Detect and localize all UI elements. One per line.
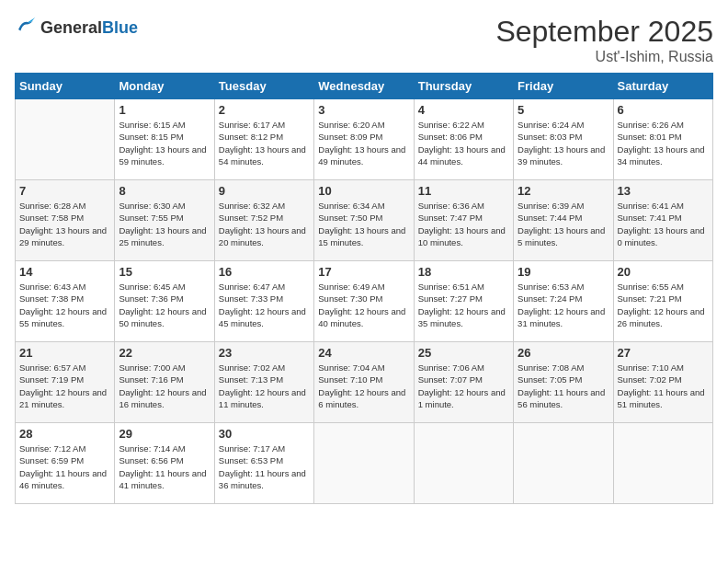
calendar-week-row: 21Sunrise: 6:57 AMSunset: 7:19 PMDayligh… — [16, 342, 713, 423]
day-number: 1 — [119, 103, 210, 117]
calendar-cell — [414, 423, 513, 504]
day-number: 15 — [119, 265, 210, 279]
day-number: 7 — [19, 184, 110, 198]
day-number: 24 — [318, 346, 409, 360]
calendar-cell: 21Sunrise: 6:57 AMSunset: 7:19 PMDayligh… — [16, 342, 115, 423]
day-number: 29 — [119, 427, 210, 441]
day-info: Sunrise: 6:39 AMSunset: 7:44 PMDaylight:… — [518, 200, 609, 248]
calendar-cell: 28Sunrise: 7:12 AMSunset: 6:59 PMDayligh… — [16, 423, 115, 504]
calendar-day-header: Sunday — [16, 74, 115, 99]
day-info: Sunrise: 6:20 AMSunset: 8:09 PMDaylight:… — [318, 119, 409, 167]
calendar-cell: 20Sunrise: 6:55 AMSunset: 7:21 PMDayligh… — [613, 261, 712, 342]
day-number: 5 — [518, 103, 609, 117]
day-info: Sunrise: 7:14 AMSunset: 6:56 PMDaylight:… — [119, 442, 210, 491]
logo-text: GeneralBlue — [40, 18, 138, 38]
day-info: Sunrise: 6:24 AMSunset: 8:03 PMDaylight:… — [518, 119, 609, 167]
calendar-cell: 27Sunrise: 7:10 AMSunset: 7:02 PMDayligh… — [613, 342, 712, 423]
calendar-cell: 25Sunrise: 7:06 AMSunset: 7:07 PMDayligh… — [414, 342, 513, 423]
calendar-week-row: 7Sunrise: 6:28 AMSunset: 7:58 PMDaylight… — [16, 180, 713, 261]
calendar-cell: 3Sunrise: 6:20 AMSunset: 8:09 PMDaylight… — [314, 99, 414, 180]
day-number: 17 — [318, 265, 409, 279]
day-info: Sunrise: 7:04 AMSunset: 7:10 PMDaylight:… — [318, 362, 409, 410]
day-info: Sunrise: 7:06 AMSunset: 7:07 PMDaylight:… — [418, 362, 509, 410]
day-info: Sunrise: 6:47 AMSunset: 7:33 PMDaylight:… — [219, 281, 310, 329]
day-number: 28 — [19, 427, 110, 441]
day-number: 3 — [318, 103, 409, 117]
calendar-day-header: Friday — [514, 74, 613, 99]
day-number: 19 — [518, 265, 609, 279]
calendar-table: SundayMondayTuesdayWednesdayThursdayFrid… — [15, 73, 713, 504]
calendar-cell: 26Sunrise: 7:08 AMSunset: 7:05 PMDayligh… — [514, 342, 613, 423]
day-info: Sunrise: 6:34 AMSunset: 7:50 PMDaylight:… — [318, 200, 409, 248]
calendar-cell: 9Sunrise: 6:32 AMSunset: 7:52 PMDaylight… — [214, 180, 313, 261]
day-number: 25 — [418, 346, 509, 360]
day-info: Sunrise: 6:32 AMSunset: 7:52 PMDaylight:… — [219, 200, 310, 248]
day-number: 30 — [219, 427, 310, 441]
day-number: 27 — [618, 346, 709, 360]
day-info: Sunrise: 6:17 AMSunset: 8:12 PMDaylight:… — [219, 119, 310, 167]
calendar-cell: 6Sunrise: 6:26 AMSunset: 8:01 PMDaylight… — [613, 99, 712, 180]
logo: GeneralBlue — [15, 15, 138, 40]
page-header: GeneralBlue September 2025 Ust'-Ishim, R… — [15, 15, 713, 65]
calendar-cell: 24Sunrise: 7:04 AMSunset: 7:10 PMDayligh… — [314, 342, 414, 423]
calendar-cell: 7Sunrise: 6:28 AMSunset: 7:58 PMDaylight… — [16, 180, 115, 261]
day-info: Sunrise: 7:12 AMSunset: 6:59 PMDaylight:… — [19, 442, 110, 491]
calendar-cell: 23Sunrise: 7:02 AMSunset: 7:13 PMDayligh… — [214, 342, 313, 423]
day-info: Sunrise: 6:45 AMSunset: 7:36 PMDaylight:… — [119, 281, 210, 329]
calendar-cell: 19Sunrise: 6:53 AMSunset: 7:24 PMDayligh… — [514, 261, 613, 342]
calendar-header-row: SundayMondayTuesdayWednesdayThursdayFrid… — [16, 74, 713, 99]
logo-general: General — [40, 18, 102, 37]
month-title: September 2025 — [495, 15, 713, 49]
calendar-cell: 30Sunrise: 7:17 AMSunset: 6:53 PMDayligh… — [214, 423, 313, 504]
calendar-cell — [514, 423, 613, 504]
day-info: Sunrise: 6:43 AMSunset: 7:38 PMDaylight:… — [19, 281, 110, 329]
day-info: Sunrise: 7:08 AMSunset: 7:05 PMDaylight:… — [518, 362, 609, 410]
calendar-cell: 18Sunrise: 6:51 AMSunset: 7:27 PMDayligh… — [414, 261, 513, 342]
day-number: 13 — [618, 184, 709, 198]
day-info: Sunrise: 6:22 AMSunset: 8:06 PMDaylight:… — [418, 119, 509, 167]
day-info: Sunrise: 6:30 AMSunset: 7:55 PMDaylight:… — [119, 200, 210, 248]
calendar-cell: 2Sunrise: 6:17 AMSunset: 8:12 PMDaylight… — [214, 99, 313, 180]
calendar-day-header: Tuesday — [214, 74, 313, 99]
logo-icon — [15, 15, 37, 40]
calendar-cell: 8Sunrise: 6:30 AMSunset: 7:55 PMDaylight… — [115, 180, 214, 261]
day-number: 11 — [418, 184, 509, 198]
day-info: Sunrise: 6:53 AMSunset: 7:24 PMDaylight:… — [518, 281, 609, 329]
calendar-cell — [613, 423, 712, 504]
calendar-cell: 13Sunrise: 6:41 AMSunset: 7:41 PMDayligh… — [613, 180, 712, 261]
calendar-cell: 5Sunrise: 6:24 AMSunset: 8:03 PMDaylight… — [514, 99, 613, 180]
calendar-cell: 14Sunrise: 6:43 AMSunset: 7:38 PMDayligh… — [16, 261, 115, 342]
calendar-cell: 29Sunrise: 7:14 AMSunset: 6:56 PMDayligh… — [115, 423, 214, 504]
day-info: Sunrise: 7:02 AMSunset: 7:13 PMDaylight:… — [219, 362, 310, 410]
calendar-week-row: 28Sunrise: 7:12 AMSunset: 6:59 PMDayligh… — [16, 423, 713, 504]
day-number: 6 — [618, 103, 709, 117]
day-number: 4 — [418, 103, 509, 117]
day-number: 14 — [19, 265, 110, 279]
calendar-day-header: Saturday — [613, 74, 712, 99]
day-number: 23 — [219, 346, 310, 360]
day-number: 8 — [119, 184, 210, 198]
day-info: Sunrise: 7:00 AMSunset: 7:16 PMDaylight:… — [119, 362, 210, 410]
day-info: Sunrise: 7:17 AMSunset: 6:53 PMDaylight:… — [219, 442, 310, 491]
location-title: Ust'-Ishim, Russia — [495, 49, 713, 65]
title-area: September 2025 Ust'-Ishim, Russia — [495, 15, 713, 65]
calendar-day-header: Monday — [115, 74, 214, 99]
calendar-cell — [314, 423, 414, 504]
calendar-cell: 4Sunrise: 6:22 AMSunset: 8:06 PMDaylight… — [414, 99, 513, 180]
day-info: Sunrise: 6:36 AMSunset: 7:47 PMDaylight:… — [418, 200, 509, 248]
day-number: 21 — [19, 346, 110, 360]
day-number: 22 — [119, 346, 210, 360]
calendar-cell: 16Sunrise: 6:47 AMSunset: 7:33 PMDayligh… — [214, 261, 313, 342]
calendar-week-row: 1Sunrise: 6:15 AMSunset: 8:15 PMDaylight… — [16, 99, 713, 180]
day-info: Sunrise: 6:15 AMSunset: 8:15 PMDaylight:… — [119, 119, 210, 167]
day-number: 18 — [418, 265, 509, 279]
calendar-cell: 1Sunrise: 6:15 AMSunset: 8:15 PMDaylight… — [115, 99, 214, 180]
calendar-cell — [16, 99, 115, 180]
day-info: Sunrise: 6:57 AMSunset: 7:19 PMDaylight:… — [19, 362, 110, 410]
day-info: Sunrise: 6:51 AMSunset: 7:27 PMDaylight:… — [418, 281, 509, 329]
calendar-day-header: Wednesday — [314, 74, 414, 99]
day-number: 9 — [219, 184, 310, 198]
calendar-cell: 11Sunrise: 6:36 AMSunset: 7:47 PMDayligh… — [414, 180, 513, 261]
logo-blue: Blue — [102, 18, 138, 37]
day-number: 26 — [518, 346, 609, 360]
